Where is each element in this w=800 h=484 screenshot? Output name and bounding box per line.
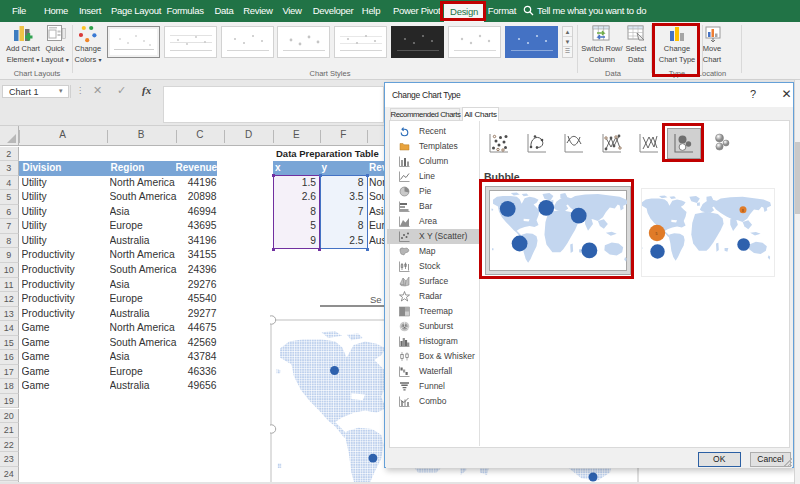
svg-text:5: 5 bbox=[656, 232, 658, 236]
